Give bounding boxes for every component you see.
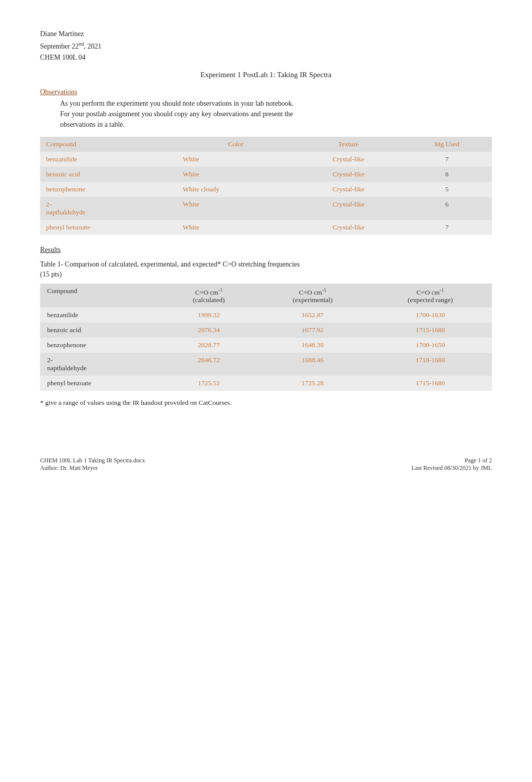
obs-col-texture: Texture	[295, 137, 402, 152]
table-row: 2-napthaldehyde White Crystal-like 6	[40, 197, 492, 220]
obs-mg: 7	[402, 152, 492, 167]
comp-compound: 2-napthaldehyde	[40, 353, 161, 376]
comp-expected: 1700-1630	[369, 308, 492, 323]
author-name: Diane Martinez	[40, 30, 492, 38]
table-row: benzanilide White Crystal-like 7	[40, 152, 492, 167]
table-row: benzoic acid White Crystal-like 8	[40, 167, 492, 182]
obs-compound: benzophenone	[40, 182, 177, 197]
obs-color: White	[177, 197, 295, 220]
comp-expected: 1718-1680	[369, 353, 492, 376]
comp-calculated: 2028.77	[161, 338, 257, 353]
obs-texture: Crystal-like	[295, 152, 402, 167]
table-row: benzoic acid 2076.34 1677.92 1715-1680	[40, 323, 492, 338]
footer-doc-name: CHEM 100L Lab 1 Taking IR Spectra.docx	[40, 457, 145, 464]
table-row: benzophenone White cloudy Crystal-like 5	[40, 182, 492, 197]
comp-col-compound: Compound	[40, 284, 161, 308]
page-footer: CHEM 100L Lab 1 Taking IR Spectra.docx A…	[40, 427, 492, 472]
comp-experimental: 1652.87	[256, 308, 369, 323]
obs-compound: phenyl benzoate	[40, 220, 177, 235]
observations-text: As you perform the experiment you should…	[60, 98, 492, 130]
results-section: Results Table 1- Comparison of calculate…	[40, 246, 492, 279]
obs-line3: observations in a table.	[60, 121, 125, 128]
footnote: * give a range of values using the IR ha…	[40, 399, 492, 407]
obs-texture: Crystal-like	[295, 197, 402, 220]
table-row: benzanilide 1999.32 1652.87 1700-1630	[40, 308, 492, 323]
obs-color: White	[177, 167, 295, 182]
footer-revised: Last Revised 08/30/2021 by JML	[411, 464, 492, 472]
observations-section: Observations As you perform the experime…	[40, 88, 492, 130]
comp-expected: 1715-1680	[369, 376, 492, 391]
obs-col-compound: Compound	[40, 137, 177, 152]
obs-table-header-row: Compound Color Texture Mg Used	[40, 137, 492, 152]
comp-compound: phenyl benzoate	[40, 376, 161, 391]
obs-texture: Crystal-like	[295, 167, 402, 182]
comp-experimental: 1688.46	[256, 353, 369, 376]
observations-label: Observations	[40, 88, 492, 96]
obs-col-color: Color	[177, 137, 295, 152]
course-block: CHEM 100L 04	[40, 54, 492, 62]
obs-mg: 8	[402, 167, 492, 182]
obs-mg: 7	[402, 220, 492, 235]
table-row: phenyl benzoate 1725.52 1725.28 1715-168…	[40, 376, 492, 391]
table-row: 2-napthaldehyde 2046.72 1688.46 1718-168…	[40, 353, 492, 376]
comp-compound: benzoic acid	[40, 323, 161, 338]
obs-color: White	[177, 152, 295, 167]
comp-col-calculated: C=O cm-1(calculated)	[161, 284, 257, 308]
table-row: benzophenone 2028.77 1648.39 1700-1650	[40, 338, 492, 353]
obs-compound: benzoic acid	[40, 167, 177, 182]
table-pts: (15 pts)	[40, 271, 492, 279]
footer-page: Page 1 of 2	[411, 457, 492, 464]
obs-mg: 6	[402, 197, 492, 220]
table-row: phenyl benzoate White Crystal-like 7	[40, 220, 492, 235]
comp-col-expected: C=O cm-1(expected range)	[369, 284, 492, 308]
footer-right: Page 1 of 2 Last Revised 08/30/2021 by J…	[411, 457, 492, 472]
footer-left: CHEM 100L Lab 1 Taking IR Spectra.docx A…	[40, 457, 145, 472]
comp-col-experimental: C=O cm-1(experimental)	[256, 284, 369, 308]
course-label: CHEM 100L 04	[40, 54, 492, 62]
date-label: September 22	[40, 43, 79, 50]
obs-compound: 2-napthaldehyde	[40, 197, 177, 220]
header-block: Diane Martinez	[40, 30, 492, 38]
comp-compound: benzophenone	[40, 338, 161, 353]
observations-table: Compound Color Texture Mg Used benzanili…	[40, 137, 492, 235]
comparison-table: Compound C=O cm-1(calculated) C=O cm-1(e…	[40, 284, 492, 391]
comp-calculated: 1999.32	[161, 308, 257, 323]
comp-expected: 1715-1680	[369, 323, 492, 338]
page-title: Experiment 1 PostLab 1: Taking IR Spectr…	[40, 71, 492, 79]
comp-experimental: 1648.39	[256, 338, 369, 353]
obs-compound: benzanilide	[40, 152, 177, 167]
footer-author: Author: Dr. Matt Meyer	[40, 464, 145, 472]
comp-calculated: 2046.72	[161, 353, 257, 376]
title-text: Experiment 1 PostLab 1: Taking IR Spectr…	[200, 71, 332, 79]
comp-calculated: 2076.34	[161, 323, 257, 338]
date-year: , 2021	[84, 43, 101, 50]
obs-line1: As you perform the experiment you should…	[60, 100, 294, 107]
obs-mg: 5	[402, 182, 492, 197]
obs-texture: Crystal-like	[295, 220, 402, 235]
obs-color: White	[177, 220, 295, 235]
results-label: Results	[40, 246, 492, 254]
obs-color: White cloudy	[177, 182, 295, 197]
obs-col-mg: Mg Used	[402, 137, 492, 152]
comp-expected: 1700-1650	[369, 338, 492, 353]
date-sup: nd	[79, 41, 84, 47]
table-caption: Table 1- Comparison of calculated, exper…	[40, 259, 492, 270]
comp-experimental: 1725.28	[256, 376, 369, 391]
comp-table-header-row: Compound C=O cm-1(calculated) C=O cm-1(e…	[40, 284, 492, 308]
date-block: September 22nd, 2021	[40, 41, 492, 51]
obs-line2: For your postlab assignment you should c…	[60, 110, 293, 118]
date-line: September 22nd, 2021	[40, 41, 492, 51]
comp-experimental: 1677.92	[256, 323, 369, 338]
comp-compound: benzanilide	[40, 308, 161, 323]
obs-texture: Crystal-like	[295, 182, 402, 197]
comp-calculated: 1725.52	[161, 376, 257, 391]
